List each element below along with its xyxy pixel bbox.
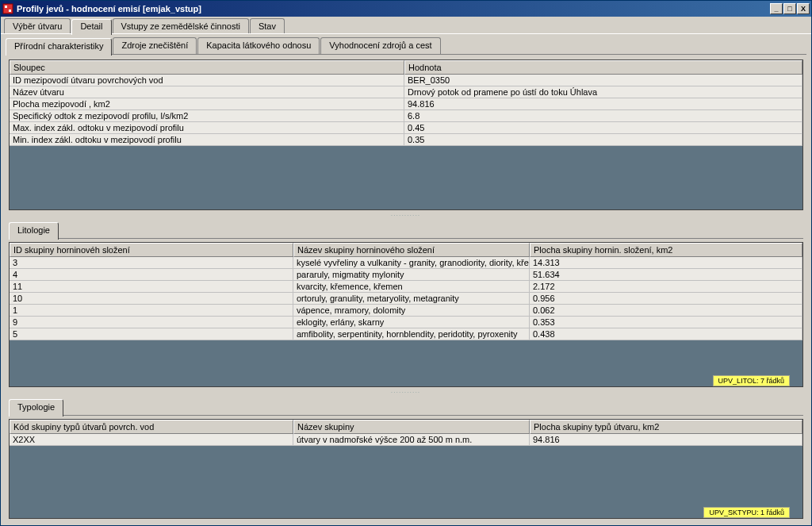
table-cell: 11 — [10, 281, 293, 293]
status-litologie: UPV_LITOL: 7 řádků — [713, 375, 790, 386]
table-cell: 51.634 — [530, 269, 802, 281]
table-cell: 0.062 — [530, 305, 802, 317]
grid1-fill — [10, 146, 802, 209]
table-cell: amfibolity, serpentinity, hornblendity, … — [293, 328, 530, 340]
window-title: Profily jevů - hodnocení emisí [emjak_vs… — [17, 4, 770, 13]
table-cell: kyselé vyvřeliny a vulkanity - granity, … — [293, 257, 530, 269]
table-cell: 3 — [10, 257, 293, 269]
table-cell: Název útvaru — [10, 86, 404, 98]
table-cell: 0.438 — [530, 328, 802, 340]
table-row[interactable]: 10ortoruly, granulity, metaryolity, meta… — [10, 293, 802, 305]
splitter-1[interactable]: ••••••••••• — [6, 213, 806, 218]
tab-vstupy[interactable]: Vstupy ze zemědělské činnosti — [113, 18, 249, 34]
table-cell: Min. index zákl. odtoku v mezipovodí pro… — [10, 134, 404, 146]
tab-litologie[interactable]: Litologie — [9, 222, 59, 240]
grid2-col-plocha[interactable]: Plocha skupiny hornin. složení, km2 — [530, 243, 802, 257]
table-cell: 0.956 — [530, 293, 802, 305]
table-cell: 4 — [10, 269, 293, 281]
grid-characteristics: Sloupec Hodnota ID mezipovodí útvaru pov… — [9, 60, 803, 210]
grid2-body: 3kyselé vyvřeliny a vulkanity - granity,… — [10, 257, 802, 340]
grid2-col-nazev[interactable]: Název skupiny horninového složení — [293, 243, 530, 257]
table-cell: X2XX — [10, 434, 293, 446]
grid2-header: ID skupiny horninovéh složení Název skup… — [10, 243, 802, 257]
grid1-col-sloupec[interactable]: Sloupec — [10, 60, 404, 75]
status-typologie: UPV_SKTYPU: 1 řádků — [703, 507, 790, 518]
table-row[interactable]: Min. index zákl. odtoku v mezipovodí pro… — [10, 134, 802, 146]
table-cell: 1 — [10, 305, 293, 317]
table-cell: 94.816 — [404, 98, 802, 110]
table-cell: kvarcity, křemence, křemen — [293, 281, 530, 293]
grid1-body: ID mezipovodí útvaru povrchových vodBER_… — [10, 75, 802, 146]
table-cell: 0.45 — [404, 122, 802, 134]
table-row[interactable]: 3kyselé vyvřeliny a vulkanity - granity,… — [10, 257, 802, 269]
grid2-fill: UPV_LITOL: 7 řádků — [10, 340, 802, 386]
svg-rect-0 — [3, 4, 13, 13]
table-cell: pararuly, migmatity mylonity — [293, 269, 530, 281]
table-cell: eklogity, erlány, skarny — [293, 317, 530, 328]
grid2-col-id[interactable]: ID skupiny horninovéh složení — [10, 243, 293, 257]
table-cell: Plocha mezipovodí , km2 — [10, 98, 404, 110]
grid-typologie: Kód skupiny typů útvarů povrch. vod Náze… — [9, 419, 803, 519]
tab-typologie[interactable]: Typologie — [9, 399, 63, 417]
grid1-col-hodnota[interactable]: Hodnota — [404, 60, 802, 75]
table-cell: 14.313 — [530, 257, 802, 269]
grid3-col-nazev[interactable]: Název skupiny — [293, 420, 530, 434]
sub-tabs: Přírodní charakteristiky Zdroje znečiště… — [6, 37, 806, 55]
table-row[interactable]: 4pararuly, migmatity mylonity51.634 — [10, 269, 802, 281]
grid3-fill: UPV_SKTYPU: 1 řádků — [10, 446, 802, 518]
subtab-vyhodnoceni[interactable]: Vyhodnocení zdrojů a cest — [320, 37, 440, 55]
grid3-header: Kód skupiny typů útvarů povrch. vod Náze… — [10, 420, 802, 434]
subtab-prirodni[interactable]: Přírodní charakteristiky — [6, 38, 112, 56]
section-typologie-tabs: Typologie — [9, 398, 803, 416]
table-cell: 2.172 — [530, 281, 802, 293]
table-row[interactable]: Specifický odtok z mezipovodí profilu, l… — [10, 110, 802, 122]
table-cell: 6.8 — [404, 110, 802, 122]
table-cell: 0.35 — [404, 134, 802, 146]
table-row[interactable]: 1vápence, mramory, dolomity0.062 — [10, 305, 802, 317]
table-cell: ID mezipovodí útvaru povrchových vod — [10, 75, 404, 86]
grid3-col-plocha[interactable]: Plocha skupiny typů útvaru, km2 — [530, 420, 802, 434]
table-cell: BER_0350 — [404, 75, 802, 86]
table-cell: Specifický odtok z mezipovodí profilu, l… — [10, 110, 404, 122]
grid1-header: Sloupec Hodnota — [10, 60, 802, 75]
table-row[interactable]: Plocha mezipovodí , km294.816 — [10, 98, 802, 110]
subtab-zdroje[interactable]: Zdroje znečištění — [113, 37, 197, 55]
table-cell: 9 — [10, 317, 293, 328]
grid3-col-kod[interactable]: Kód skupiny typů útvarů povrch. vod — [10, 420, 293, 434]
table-cell: 94.816 — [530, 434, 802, 446]
svg-rect-1 — [5, 6, 7, 8]
main-tabs: Výběr útvaru Detail Vstupy ze zemědělské… — [1, 17, 811, 34]
svg-rect-2 — [9, 10, 11, 12]
table-cell: 10 — [10, 293, 293, 305]
table-row[interactable]: ID mezipovodí útvaru povrchových vodBER_… — [10, 75, 802, 86]
tab-detail[interactable]: Detail — [71, 19, 111, 35]
grid-litologie: ID skupiny horninovéh složení Název skup… — [9, 242, 803, 387]
table-row[interactable]: 9eklogity, erlány, skarny0.353 — [10, 317, 802, 328]
grid3-body: X2XXútvary v nadmořské výšce 200 až 500 … — [10, 434, 802, 446]
app-icon — [2, 3, 13, 14]
table-cell: 5 — [10, 328, 293, 340]
table-cell: Drnový potok od pramene po ústí do toku … — [404, 86, 802, 98]
close-button[interactable]: X — [797, 3, 810, 14]
table-cell: Max. index zákl. odtoku v mezipovodí pro… — [10, 122, 404, 134]
table-row[interactable]: Název útvaruDrnový potok od pramene po ú… — [10, 86, 802, 98]
table-row[interactable]: X2XXútvary v nadmořské výšce 200 až 500 … — [10, 434, 802, 446]
maximize-button[interactable]: □ — [783, 3, 796, 14]
table-cell: vápence, mramory, dolomity — [293, 305, 530, 317]
table-row[interactable]: 11kvarcity, křemence, křemen2.172 — [10, 281, 802, 293]
table-cell: 0.353 — [530, 317, 802, 328]
minimize-button[interactable]: _ — [770, 3, 783, 14]
subtab-kapacita[interactable]: Kapacita látkového odnosu — [197, 37, 320, 55]
tab-vyber-utvaru[interactable]: Výběr útvaru — [4, 18, 71, 34]
app-window: Profily jevů - hodnocení emisí [emjak_vs… — [0, 0, 812, 526]
window-controls: _ □ X — [770, 3, 810, 14]
section-litologie-tabs: Litologie — [9, 221, 803, 239]
content-area: Přírodní charakteristiky Zdroje znečiště… — [1, 34, 811, 525]
table-row[interactable]: Max. index zákl. odtoku v mezipovodí pro… — [10, 122, 802, 134]
table-row[interactable]: 5amfibolity, serpentinity, hornblendity,… — [10, 328, 802, 340]
titlebar: Profily jevů - hodnocení emisí [emjak_vs… — [1, 1, 811, 17]
tab-stav[interactable]: Stav — [250, 18, 285, 34]
table-cell: ortoruly, granulity, metaryolity, metagr… — [293, 293, 530, 305]
splitter-2[interactable]: ••••••••••• — [6, 390, 806, 395]
table-cell: útvary v nadmořské výšce 200 až 500 m n.… — [293, 434, 530, 446]
